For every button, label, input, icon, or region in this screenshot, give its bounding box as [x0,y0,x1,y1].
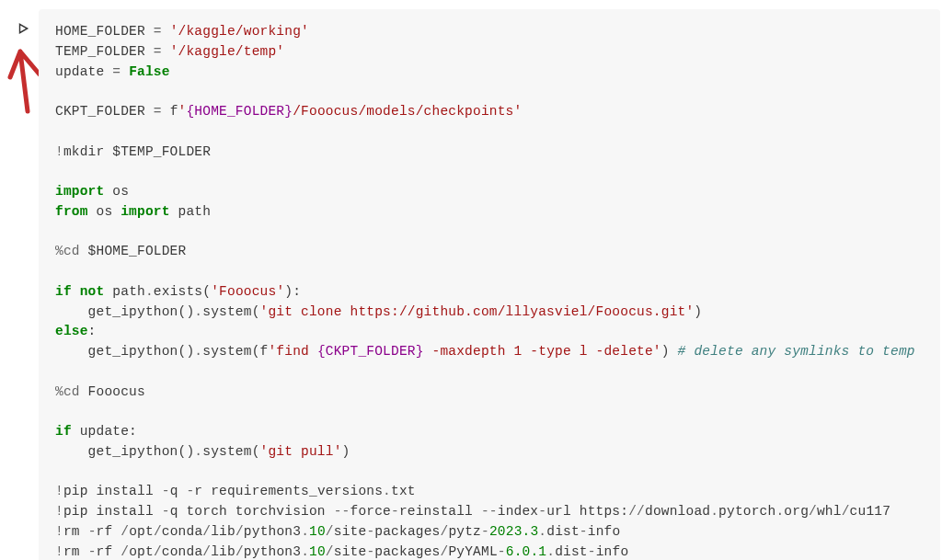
run-cell-button[interactable] [15,20,31,37]
code-cell[interactable]: HOME_FOLDER = '/kaggle/working' TEMP_FOL… [39,9,940,560]
code-content: HOME_FOLDER = '/kaggle/working' TEMP_FOL… [55,22,924,560]
play-icon [17,22,29,35]
